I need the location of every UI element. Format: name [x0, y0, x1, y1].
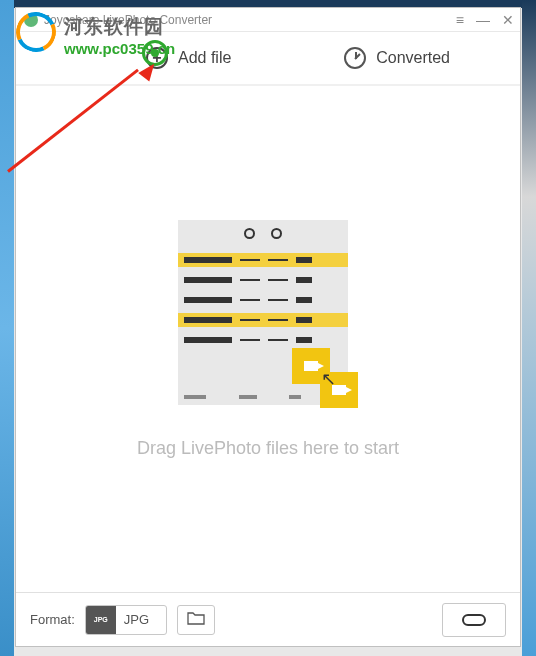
close-button[interactable]: ✕	[502, 13, 514, 27]
clock-icon	[344, 47, 366, 69]
tab-bar: Add file Converted	[16, 32, 520, 86]
cursor-icon: ↖	[321, 368, 336, 390]
convert-button[interactable]	[442, 603, 506, 637]
titlebar: Joyoshare LivePhoto Converter ≡ — ✕	[16, 8, 520, 32]
convert-icon	[462, 614, 486, 626]
window-controls: ≡ — ✕	[456, 13, 514, 27]
format-label: Format:	[30, 612, 75, 627]
tab-converted[interactable]: Converted	[344, 47, 450, 69]
app-window: Joyoshare LivePhoto Converter ≡ — ✕ Add …	[15, 7, 521, 647]
tab-converted-label: Converted	[376, 49, 450, 67]
minimize-button[interactable]: —	[476, 13, 490, 27]
app-title: Joyoshare LivePhoto Converter	[44, 13, 456, 27]
drop-hint-text: Drag LivePhoto files here to start	[137, 438, 399, 459]
folder-icon	[187, 611, 205, 628]
livephoto-illustration: ↖	[178, 220, 358, 420]
footer-bar: Format: JPG JPG	[16, 592, 520, 646]
app-icon	[24, 13, 38, 27]
format-select[interactable]: JPG JPG	[85, 605, 167, 635]
drop-zone[interactable]: ↖ Drag LivePhoto files here to start	[16, 86, 520, 592]
browse-folder-button[interactable]	[177, 605, 215, 635]
menu-icon[interactable]: ≡	[456, 13, 464, 27]
format-file-icon: JPG	[86, 605, 116, 635]
format-value: JPG	[116, 612, 166, 627]
tab-add-file-label: Add file	[178, 49, 231, 67]
